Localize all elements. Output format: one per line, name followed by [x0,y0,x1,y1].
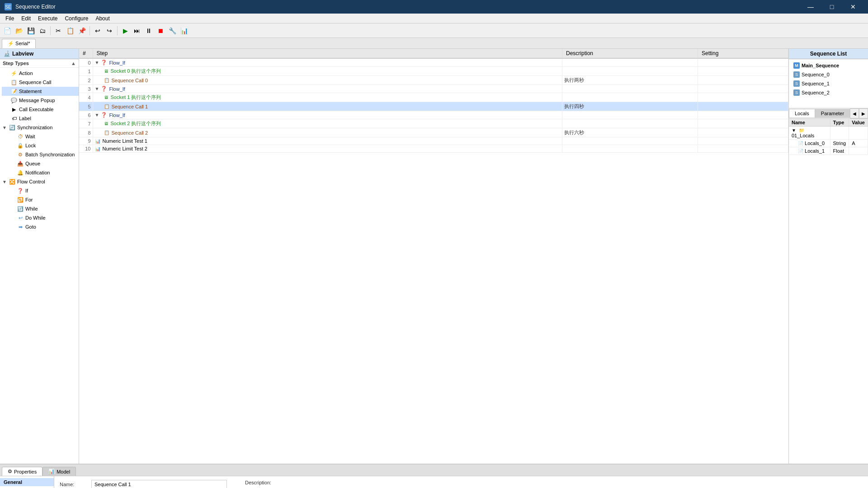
step-types-scroll-up[interactable]: ▲ [71,61,76,66]
toolbar-redo[interactable]: ↪ [104,25,115,36]
table-row[interactable]: 4 🖥 Socket 1 执行这个序列 [79,93,788,102]
row-num-10: 10 [79,145,93,153]
tree-item-synchronization[interactable]: ▼ 🔄 Synchronization [0,123,79,132]
tree-item-lock[interactable]: 🔒 Lock [8,141,79,150]
tree-item-call-executable[interactable]: ▶ Call Executable [2,105,79,114]
tree-item-flow-control[interactable]: ▼ 🔀 Flow Control [0,177,79,186]
labview-label: Labview [12,51,33,57]
locals-type-0: String [830,140,849,147]
menu-execute[interactable]: Execute [34,14,61,23]
table-row[interactable]: 0 ▼ ❓ Flow_If [79,58,788,67]
locals-group-expand[interactable]: ▼ [792,128,796,133]
step-label-0: Flow_If [109,60,125,66]
tab-serial[interactable]: ⚡ Serial* [2,39,36,48]
minimize-button[interactable]: — [800,0,821,14]
row-num-0: 0 [79,58,93,67]
toolbar-new[interactable]: 📄 [2,25,13,36]
seq-0-label: Sequence_0 [802,72,830,77]
seq-list-item-1[interactable]: S Sequence_1 [791,79,866,88]
toolbar-break[interactable]: ⏸ [143,25,154,36]
locals-nav-next[interactable]: ▶ [859,108,868,118]
prop-section-run-options[interactable]: Run Options [0,486,54,488]
row-desc-3 [562,85,698,93]
tree-item-action[interactable]: ⚡ Action [2,69,79,78]
row-step-9: 📊 Numeric Limit Test 1 [93,137,562,145]
close-button[interactable]: ✕ [843,0,863,14]
toolbar-step-over[interactable]: ⏭ [132,25,142,36]
step-label-1: Socket 0 执行这个序列 [111,68,161,75]
table-row[interactable]: 8 📋 Sequence Call 2 执行六秒 [79,128,788,137]
expand-6[interactable]: ▼ [95,113,99,117]
table-row[interactable]: 6 ▼ ❓ Flow_If [79,111,788,119]
table-row[interactable]: 2 📋 Sequence Call 0 执行两秒 [79,76,788,85]
call-exec-expand [4,107,9,112]
menu-file[interactable]: File [2,14,18,23]
locals-col-name: Name [789,119,830,127]
locals-row-group[interactable]: ▼ 📁 01_Locals [789,127,868,140]
toolbar-open[interactable]: 📂 [14,25,24,36]
toolbar-save-all[interactable]: 🗂 [37,25,48,36]
toolbar-copy[interactable]: 📋 [65,25,75,36]
tree-item-batch-sync[interactable]: ⚙ Batch Synchronization [8,150,79,159]
tree-item-label[interactable]: 🏷 Label [2,114,79,123]
menu-about[interactable]: About [92,14,113,23]
tree-item-while[interactable]: 🔃 While [8,204,79,213]
sequence-table[interactable]: # Step Description Setting 0 ▼ ❓ [79,49,788,464]
prop-tab-model[interactable]: 📊 Model [42,467,76,476]
expand-3[interactable]: ▼ [95,86,99,91]
locals-0-icon: 📄 [798,141,803,146]
seq-call-1-icon: 📋 [104,104,109,109]
msg-popup-label: Message Popup [19,98,55,103]
locals-header: Locals Parameter ◀ ▶ [789,108,868,119]
toolbar-save[interactable]: 💾 [25,25,36,36]
seq-list-item-main[interactable]: M Main_Sequence [791,61,866,70]
table-row[interactable]: 10 📊 Numeric Limit Test 2 [79,145,788,153]
tree-item-do-while[interactable]: ↩ Do While [8,213,79,222]
locals-row-1[interactable]: 📄 Locals_1 Float [789,147,868,155]
table-row[interactable]: 7 🖥 Socket 2 执行这个序列 [79,119,788,128]
table-row[interactable]: 5 📋 Sequence Call 1 执行四秒 [79,102,788,111]
prop-name-input[interactable] [91,480,227,488]
prop-tab-properties[interactable]: ⚙ Properties [2,467,42,476]
seq-list-item-2[interactable]: S Sequence_2 [791,88,866,97]
locals-row-0[interactable]: 📄 Locals_0 String A [789,140,868,147]
seq-list-item-0[interactable]: S Sequence_0 [791,70,866,79]
toolbar-paste[interactable]: 📌 [76,25,87,36]
table-row[interactable]: 3 ▼ ❓ Flow_If [79,85,788,93]
tree-item-wait[interactable]: ⏱ Wait [8,132,79,141]
row-step-1: 🖥 Socket 0 执行这个序列 [93,67,562,76]
tree-item-if[interactable]: ❓ If [8,186,79,195]
tree-item-notification[interactable]: 🔔 Notification [8,168,79,177]
expand-0[interactable]: ▼ [95,60,99,65]
window-title: Sequence Editor [15,4,56,10]
menu-configure[interactable]: Configure [61,14,92,23]
maximize-button[interactable]: □ [821,0,842,14]
tree-item-statement[interactable]: 📝 Statement [2,87,79,96]
toolbar-cut[interactable]: ✂ [53,25,64,36]
tree-item-message-popup[interactable]: 💬 Message Popup [2,96,79,105]
table-row[interactable]: 1 🖥 Socket 0 执行这个序列 [79,67,788,76]
prop-content: General Run Options Looping Post Action … [0,476,868,488]
prop-section-general[interactable]: General [0,478,54,486]
flow-expand[interactable]: ▼ [2,179,7,184]
parameter-tab[interactable]: Parameter [815,109,850,118]
batch-sync-label: Batch Synchronization [25,152,75,157]
menu-edit[interactable]: Edit [18,14,34,23]
tree-item-sequence-call[interactable]: 📋 Sequence Call [2,78,79,87]
toolbar-extra1[interactable]: 🔧 [167,25,178,36]
row-desc-6 [562,111,698,119]
sync-expand[interactable]: ▼ [2,125,7,130]
locals-nav-prev[interactable]: ◀ [850,108,859,118]
toolbar-run[interactable]: ▶ [120,25,131,36]
row-step-8: 📋 Sequence Call 2 [93,128,562,137]
prop-tab-properties-label: Properties [14,469,37,474]
tree-item-queue[interactable]: 📥 Queue [8,159,79,168]
toolbar-undo[interactable]: ↩ [92,25,103,36]
step-types-header: Step Types ▲ [0,59,79,68]
toolbar-stop[interactable]: ⏹ [155,25,166,36]
tree-item-for[interactable]: 🔁 For [8,195,79,204]
locals-tab[interactable]: Locals [789,109,815,118]
toolbar-extra2[interactable]: 📊 [179,25,189,36]
tree-item-goto[interactable]: ➡ Goto [8,222,79,231]
table-row[interactable]: 9 📊 Numeric Limit Test 1 [79,137,788,145]
